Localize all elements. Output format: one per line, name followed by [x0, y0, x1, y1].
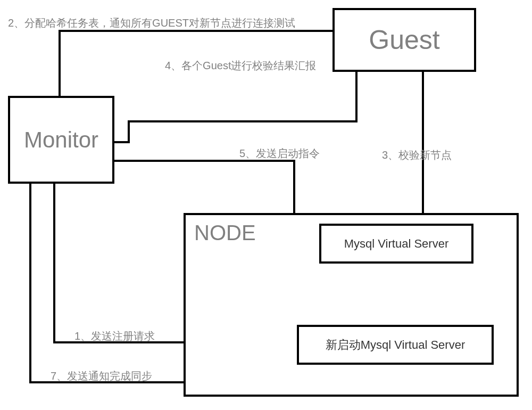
- mysql-server-label: Mysql Virtual Server: [344, 237, 448, 251]
- line-step4-v: [355, 72, 358, 122]
- label-step2: 2、分配哈希任务表，通知所有GUEST对新节点进行连接测试: [8, 16, 295, 30]
- line-step4-h: [128, 120, 358, 122]
- label-step1: 1、发送注册请求: [74, 329, 155, 343]
- label-step4: 4、各个Guest进行校验结果汇报: [165, 59, 316, 73]
- label-step7: 7、发送通知完成同步: [51, 369, 152, 383]
- line-step4-h2: [114, 141, 130, 143]
- line-step2-v: [59, 30, 61, 96]
- label-step5: 5、发送启动指令: [239, 146, 320, 161]
- mysql-server-box: Mysql Virtual Server: [319, 224, 473, 264]
- line-step4-v2: [128, 120, 130, 143]
- line-step1-v: [53, 184, 55, 343]
- monitor-label: Monitor: [24, 127, 98, 153]
- line-step7-v: [29, 184, 31, 383]
- new-mysql-server-box: 新启动Mysql Virtual Server: [297, 325, 494, 365]
- label-step3: 3、校验新节点: [382, 148, 452, 162]
- node-label: NODE: [194, 221, 256, 245]
- new-mysql-server-label: 新启动Mysql Virtual Server: [326, 337, 465, 353]
- guest-label: Guest: [369, 24, 439, 55]
- monitor-box: Monitor: [8, 96, 114, 184]
- line-step3-v: [422, 72, 424, 214]
- line-step5-v: [293, 160, 295, 213]
- guest-box: Guest: [332, 8, 476, 72]
